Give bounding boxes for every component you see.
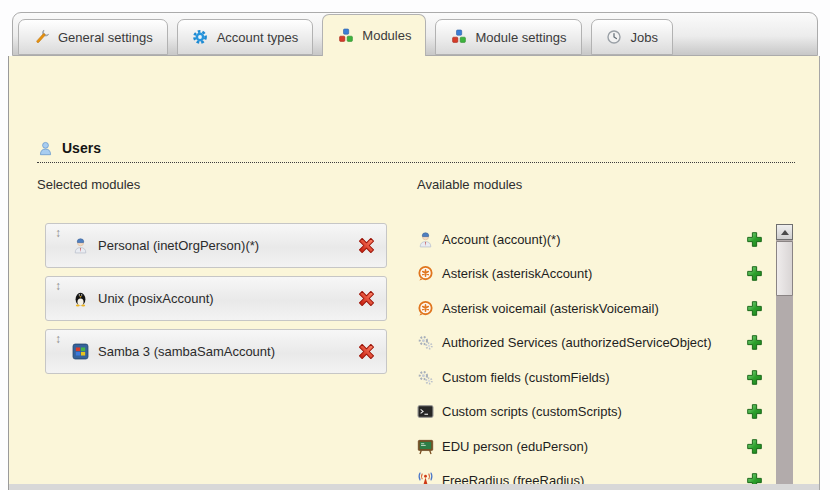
drag-handle-icon[interactable]: ↕ (55, 280, 61, 292)
available-modules-scrollbar[interactable] (776, 224, 793, 490)
available-module-row: Asterisk (asteriskAccount) (417, 257, 763, 292)
selected-module-unix[interactable]: ↕Unix (posixAccount) (45, 276, 387, 321)
tab-label: Modules (362, 28, 411, 43)
tab-general-settings[interactable]: General settings (18, 19, 168, 55)
windows-icon (72, 343, 89, 360)
available-module-label: Custom scripts (customScripts) (442, 404, 622, 419)
remove-module-button[interactable] (357, 342, 376, 361)
modules-icon (337, 28, 354, 44)
selected-module-personal[interactable]: ↕Personal (inetOrgPerson)(*) (45, 223, 387, 268)
available-module-row: Custom fields (customFields) (417, 360, 763, 395)
add-module-button[interactable] (746, 403, 763, 420)
scrollbar-thumb[interactable] (776, 241, 793, 296)
add-module-button[interactable] (746, 265, 763, 282)
gear-icon (192, 29, 209, 45)
selected-module-label: Unix (posixAccount) (98, 291, 357, 306)
chalkboard-icon (417, 438, 434, 455)
modules-icon (450, 29, 467, 45)
person-icon (417, 231, 434, 248)
terminal-icon (417, 403, 434, 420)
tab-bar: General settingsAccount typesModulesModu… (12, 12, 818, 56)
asterisk-icon (417, 265, 434, 282)
available-module-row: Authorized Services (authorizedServiceOb… (417, 326, 763, 361)
available-module-label: EDU person (eduPerson) (442, 439, 588, 454)
remove-module-button[interactable] (357, 236, 376, 255)
panel-bottom-strip (8, 484, 820, 490)
available-module-label: Account (account)(*) (442, 232, 561, 247)
gears-icon (417, 369, 434, 386)
add-module-button[interactable] (746, 300, 763, 317)
available-modules-list: Account (account)(*)Asterisk (asteriskAc… (417, 222, 763, 490)
available-module-label: Custom fields (customFields) (442, 370, 610, 385)
wrench-icon (33, 29, 50, 46)
selected-module-samba[interactable]: ↕Samba 3 (sambaSamAccount) (45, 329, 387, 374)
tab-label: Account types (217, 30, 299, 45)
tab-label: Module settings (475, 30, 566, 45)
available-module-label: Authorized Services (authorizedServiceOb… (442, 335, 712, 350)
drag-handle-icon[interactable]: ↕ (55, 333, 61, 345)
content-panel: Users Selected modules Available modules… (8, 56, 820, 484)
selected-modules-list: ↕Personal (inetOrgPerson)(*)↕Unix (posix… (45, 223, 387, 382)
available-module-label: Asterisk (asteriskAccount) (442, 266, 592, 281)
users-icon (37, 141, 54, 156)
remove-module-button[interactable] (357, 289, 376, 308)
tab-label: General settings (58, 30, 153, 45)
tab-account-types[interactable]: Account types (177, 19, 314, 55)
tab-jobs[interactable]: Jobs (591, 19, 673, 55)
add-module-button[interactable] (746, 231, 763, 248)
asterisk-icon (417, 300, 434, 317)
section-title: Users (62, 140, 101, 156)
selected-module-label: Personal (inetOrgPerson)(*) (98, 238, 357, 253)
available-module-row: EDU person (eduPerson) (417, 429, 763, 464)
tab-modules[interactable]: Modules (322, 14, 426, 56)
available-module-row: Account (account)(*) (417, 222, 763, 257)
module-selection-page: General settingsAccount typesModulesModu… (0, 0, 830, 490)
add-module-button[interactable] (746, 438, 763, 455)
selected-modules-heading: Selected modules (37, 177, 140, 192)
selected-module-label: Samba 3 (sambaSamAccount) (98, 344, 357, 359)
add-module-button[interactable] (746, 369, 763, 386)
tab-label: Jobs (631, 30, 658, 45)
section-header: Users (37, 140, 795, 163)
available-module-row: Asterisk voicemail (asteriskVoicemail) (417, 291, 763, 326)
triangle-up-icon (781, 230, 789, 235)
drag-handle-icon[interactable]: ↕ (55, 227, 61, 239)
available-module-row: Custom scripts (customScripts) (417, 395, 763, 430)
tab-module-settings[interactable]: Module settings (435, 19, 581, 55)
scroll-up-button[interactable] (776, 224, 793, 240)
available-module-label: Asterisk voicemail (asteriskVoicemail) (442, 301, 659, 316)
person-icon (72, 237, 89, 254)
available-modules-heading: Available modules (417, 177, 522, 192)
clock-icon (606, 29, 623, 45)
gears-icon (417, 334, 434, 351)
tux-icon (72, 290, 89, 307)
add-module-button[interactable] (746, 334, 763, 351)
